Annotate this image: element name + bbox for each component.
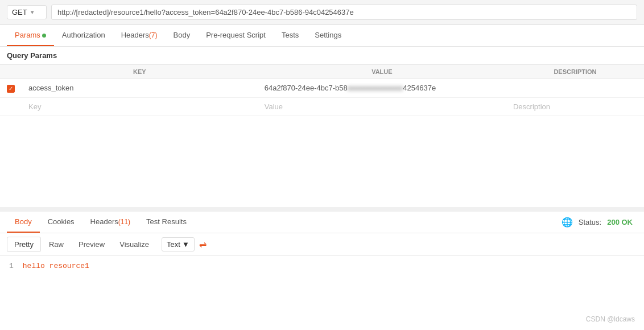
request-tabs-bar: Params Authorization Headers(7) Body Pre… [0, 25, 644, 47]
table-row: ✓ access_token 64a2f870-24ee-4bc7-b58xxx… [0, 79, 644, 98]
row-value-visible: 64a2f870-24ee-4bc7-b58 [265, 84, 348, 92]
tab-response-body[interactable]: Body [7, 212, 40, 233]
params-table: KEY VALUE DESCRIPTION ✓ access_token 64a… [0, 64, 644, 116]
row-value-suffix: 4254637e [403, 84, 436, 92]
method-label: GET [12, 8, 27, 16]
row-value-cell: 64a2f870-24ee-4bc7-b58xxxxxxxxxxxxxxx425… [258, 79, 506, 98]
status-label: Status: [579, 218, 601, 226]
headers-badge: (7) [149, 31, 158, 39]
col-desc-header: DESCRIPTION [506, 65, 644, 79]
globe-icon: 🌐 [562, 217, 573, 228]
row-desc-cell [506, 79, 644, 98]
placeholder-desc[interactable]: Description [506, 97, 644, 116]
wrap-icon[interactable]: ⇌ [199, 239, 207, 250]
row-checkbox-cell[interactable]: ✓ [0, 79, 22, 98]
subtab-visualize[interactable]: Visualize [113, 237, 156, 251]
row-key-cell: access_token [22, 79, 258, 98]
section-divider [0, 207, 644, 212]
url-input[interactable] [51, 5, 637, 20]
tab-response-test-results[interactable]: Test Results [138, 212, 195, 233]
method-chevron: ▼ [30, 9, 35, 15]
tab-response-cookies[interactable]: Cookies [40, 212, 82, 233]
placeholder-value[interactable]: Value [258, 97, 506, 116]
tab-response-headers[interactable]: Headers(11) [82, 212, 138, 233]
response-body: 1hello resource1 [0, 256, 644, 276]
text-format-label: Text [167, 240, 180, 249]
tab-authorization[interactable]: Authorization [54, 25, 113, 46]
row-key: access_token [28, 84, 74, 92]
tab-settings[interactable]: Settings [307, 25, 349, 46]
tab-prerequest[interactable]: Pre-request Script [198, 25, 274, 46]
params-dot [42, 34, 46, 38]
placeholder-checkbox [0, 97, 22, 116]
placeholder-key[interactable]: Key [22, 97, 258, 116]
method-select[interactable]: GET ▼ [7, 5, 47, 19]
status-value: 200 OK [607, 218, 633, 226]
line-number: 1 [9, 262, 14, 270]
checkbox-checked[interactable]: ✓ [7, 85, 15, 93]
text-format-dropdown[interactable]: Text ▼ [162, 237, 195, 251]
response-headers-badge: (11) [118, 218, 130, 226]
response-status-area: 🌐 Status: 200 OK [562, 217, 637, 228]
table-placeholder-row: Key Value Description [0, 97, 644, 116]
url-bar: GET ▼ [0, 0, 644, 25]
col-checkbox [0, 65, 22, 79]
query-params-header: Query Params [0, 47, 644, 64]
empty-space [0, 116, 644, 207]
col-key-header: KEY [22, 65, 258, 79]
row-value-blurred: xxxxxxxxxxxxxxx [348, 84, 403, 92]
subtab-pretty[interactable]: Pretty [7, 237, 41, 252]
tab-params[interactable]: Params [7, 25, 54, 46]
subtab-raw[interactable]: Raw [42, 237, 71, 251]
response-tabs-bar: Body Cookies Headers(11) Test Results 🌐 … [0, 212, 644, 233]
response-content: hello resource1 [23, 262, 89, 270]
text-format-chevron: ▼ [182, 240, 189, 249]
tab-headers[interactable]: Headers(7) [113, 25, 166, 46]
tab-body[interactable]: Body [166, 25, 199, 46]
watermark: CSDN @ldcaws [586, 315, 635, 323]
tab-tests[interactable]: Tests [274, 25, 307, 46]
subtab-preview[interactable]: Preview [72, 237, 112, 251]
col-value-header: VALUE [258, 65, 506, 79]
response-sub-tabs: Pretty Raw Preview Visualize Text ▼ ⇌ [0, 233, 644, 256]
